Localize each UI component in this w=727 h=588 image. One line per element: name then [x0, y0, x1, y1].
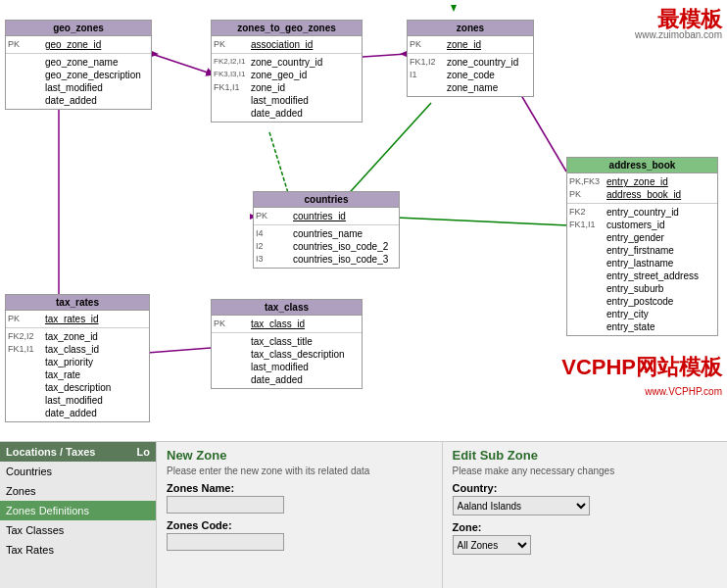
form-edit-zone: Edit Sub Zone Please make any necessary … [443, 442, 728, 588]
zones-code-label: Zones Code: [167, 519, 432, 531]
edit-zone-title: Edit Sub Zone [453, 448, 718, 463]
table-header-countries: countries [254, 192, 399, 208]
zone-select[interactable]: All Zones [453, 535, 531, 555]
svg-marker-10 [451, 5, 457, 12]
svg-line-6 [147, 348, 211, 353]
country-select[interactable]: Aaland Islands Afghanistan Albania [453, 496, 590, 515]
sidebar-header-label: Locations / Taxes [6, 446, 96, 458]
table-header-tax-rates: tax_rates [6, 295, 149, 311]
watermark-url-top: www.zuimoban.com [635, 29, 722, 40]
zone-label: Zone: [453, 521, 718, 533]
table-address-book: address_book PK,FK3entry_zone_id PKaddre… [566, 157, 718, 336]
sidebar-item-tax-classes[interactable]: Tax Classes [0, 520, 156, 540]
new-zone-subtitle: Please enter the new zone with its relat… [167, 466, 432, 476]
bottom-panel: Locations / Taxes Lo Countries Zones Zon… [0, 441, 727, 588]
sidebar-item-countries[interactable]: Countries [0, 462, 156, 481]
edit-zone-subtitle: Please make any necessary changes [453, 466, 718, 476]
table-header-tax-class: tax_class [212, 300, 362, 316]
sidebar-header-short: Lo [137, 446, 150, 458]
zones-name-input[interactable] [167, 496, 284, 514]
table-header-address-book: address_book [567, 158, 717, 173]
table-tax-class: tax_class PKtax_class_id tax_class_title… [211, 299, 363, 389]
table-tax-rates: tax_rates PKtax_rates_id FK2,I2tax_zone_… [5, 294, 150, 422]
sidebar-item-zones[interactable]: Zones [0, 481, 156, 501]
svg-marker-8 [152, 51, 159, 57]
diagram-area: geo_zones PKgeo_zone_id geo_zone_name ge… [0, 0, 727, 441]
table-zones-to-geo-zones: zones_to_geo_zones PKassociation_id FK2,… [211, 20, 363, 122]
watermark-url-bottom: www.VCPHP.com [645, 386, 722, 397]
country-label: Country: [453, 482, 718, 494]
form-new-zone: New Zone Please enter the new zone with … [157, 442, 443, 588]
watermark-bottom: VCPHP网站模板 [561, 353, 722, 382]
sidebar-item-zones-definitions[interactable]: Zones Definitions [0, 501, 156, 520]
sidebar-header: Locations / Taxes Lo [0, 442, 156, 462]
table-zones: zones PKzone_id FK1,I2zone_country_id I1… [407, 20, 534, 97]
svg-marker-9 [400, 51, 407, 57]
table-header-zones: zones [408, 21, 533, 36]
new-zone-title: New Zone [167, 448, 432, 463]
sidebar: Locations / Taxes Lo Countries Zones Zon… [0, 442, 157, 588]
table-countries: countries PKcountries_id I4countries_nam… [253, 191, 400, 269]
svg-line-3 [269, 132, 289, 196]
table-header-geo-zones: geo_zones [6, 21, 151, 36]
svg-line-0 [152, 54, 211, 74]
sidebar-item-tax-rates[interactable]: Tax Rates [0, 540, 156, 560]
table-header-zones-to-geo-zones: zones_to_geo_zones [212, 21, 362, 36]
table-geo-zones: geo_zones PKgeo_zone_id geo_zone_name ge… [5, 20, 152, 110]
zones-code-input[interactable] [167, 533, 284, 551]
zones-name-label: Zones Name: [167, 482, 432, 494]
